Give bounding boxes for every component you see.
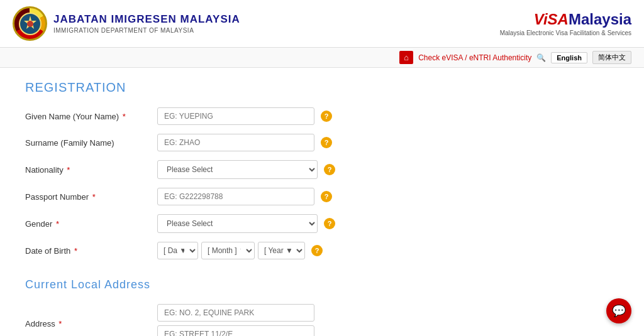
nationality-help-icon[interactable]: ?: [324, 164, 335, 175]
visa-malaysia: Malaysia: [569, 11, 631, 28]
dept-name: JABATAN IMIGRESEN MALAYSIA: [53, 13, 240, 26]
visa-logo: Vi SA Malaysia: [500, 11, 631, 28]
visa-sa: SA: [548, 11, 569, 28]
given-name-required: *: [123, 112, 126, 121]
address-label: Address *: [25, 319, 151, 328]
visa-tagline: Malaysia Electronic Visa Facilitation & …: [500, 30, 631, 36]
search-icon[interactable]: 🔍: [536, 53, 546, 62]
gender-label: Gender *: [25, 219, 151, 229]
gender-required: *: [56, 219, 59, 229]
logo-svg: [19, 13, 42, 35]
passport-required: *: [92, 192, 96, 202]
passport-help-icon[interactable]: ?: [321, 191, 332, 202]
given-name-row: Given Name (Your Name) * ?: [25, 107, 541, 125]
surname-row: Surname (Family Name) ?: [25, 134, 541, 151]
surname-help-icon[interactable]: ?: [321, 137, 332, 148]
lang-english-button[interactable]: English: [551, 52, 587, 63]
nationality-label: Nationality *: [25, 165, 151, 175]
dob-day-select[interactable]: [ Da ▼: [157, 242, 198, 259]
header-left: JABATAN IMIGRESEN MALAYSIA IMMIGRATION D…: [13, 6, 240, 41]
given-name-input[interactable]: [157, 107, 314, 125]
nav-bar: ⌂ Check eVISA / eNTRI Authenticity 🔍 Eng…: [0, 48, 644, 68]
visa-vi: Vi: [534, 11, 548, 28]
passport-number-label: Passport Number *: [25, 192, 151, 202]
department-logo: [13, 6, 47, 41]
nationality-select[interactable]: Please Select: [157, 160, 318, 179]
address-row: Address *: [25, 304, 541, 336]
dob-year-select[interactable]: [ Year ▼: [258, 242, 305, 259]
dept-sub: IMMIGRATION DEPARTMENT OF MALAYSIA: [53, 26, 240, 35]
address-section: Current Local Address Address *: [25, 278, 541, 336]
address-input-2[interactable]: [157, 325, 314, 336]
given-name-label: Given Name (Your Name) *: [25, 112, 151, 121]
passport-number-input[interactable]: [157, 188, 314, 205]
dob-row: Date of Birth * [ Da ▼ [ Month ] ▼ [ Yea…: [25, 242, 541, 259]
chat-icon: 💬: [612, 304, 626, 318]
dob-required: *: [74, 246, 77, 256]
svg-point-2: [27, 21, 33, 27]
header: JABATAN IMIGRESEN MALAYSIA IMMIGRATION D…: [0, 0, 644, 48]
address-inputs: [157, 304, 314, 336]
dob-month-select[interactable]: [ Month ] ▼: [201, 242, 255, 259]
chat-bubble[interactable]: 💬: [606, 298, 631, 323]
address-input-1[interactable]: [157, 304, 314, 322]
main-content: REGISTRATION Given Name (Your Name) * ? …: [0, 68, 566, 336]
given-name-help-icon[interactable]: ?: [321, 111, 332, 122]
gender-row: Gender * Please Select ?: [25, 214, 541, 233]
check-evisa-link[interactable]: Check eVISA / eNTRI Authenticity: [418, 53, 531, 62]
address-required: *: [58, 319, 62, 328]
dob-label: Date of Birth *: [25, 246, 151, 256]
passport-number-row: Passport Number * ?: [25, 188, 541, 205]
surname-input[interactable]: [157, 134, 314, 151]
nationality-row: Nationality * Please Select ?: [25, 160, 541, 179]
nationality-required: *: [67, 165, 70, 175]
header-right: Vi SA Malaysia Malaysia Electronic Visa …: [500, 11, 631, 36]
registration-title: REGISTRATION: [25, 80, 541, 95]
surname-label: Surname (Family Name): [25, 138, 151, 148]
lang-chinese-button[interactable]: 简体中文: [592, 51, 631, 64]
home-icon[interactable]: ⌂: [399, 51, 413, 64]
gender-select[interactable]: Please Select: [157, 214, 318, 233]
gender-help-icon[interactable]: ?: [324, 218, 335, 229]
dob-group: [ Da ▼ [ Month ] ▼ [ Year ▼: [157, 242, 305, 259]
dob-help-icon[interactable]: ?: [311, 245, 323, 256]
header-title: JABATAN IMIGRESEN MALAYSIA IMMIGRATION D…: [53, 13, 240, 35]
address-title: Current Local Address: [25, 278, 541, 291]
